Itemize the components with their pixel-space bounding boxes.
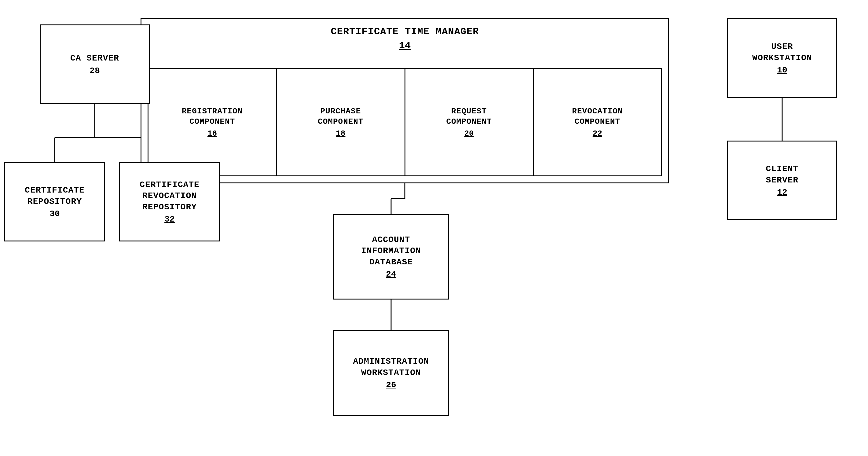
purchase-component: PURCHASECOMPONENT 18 [277, 69, 405, 176]
request-component: REQUESTCOMPONENT 20 [405, 69, 534, 176]
client-server-number: 12 [777, 188, 787, 197]
admin-ws-label: ADMINISTRATIONWORKSTATION [353, 356, 429, 378]
registration-component: REGISTRATIONCOMPONENT 16 [149, 69, 277, 176]
cert-rev-number: 32 [164, 215, 175, 224]
ca-server-box: CA SERVER 28 [40, 25, 150, 104]
cert-repo-label: CERTIFICATEREPOSITORY [25, 185, 85, 207]
certificate-revocation-repository-box: CERTIFICATEREVOCATIONREPOSITORY 32 [119, 162, 220, 241]
rev-number: 22 [593, 129, 602, 138]
ca-server-number: 28 [90, 66, 100, 75]
user-ws-label: USERWORKSTATION [752, 41, 812, 64]
cert-rev-label: CERTIFICATEREVOCATIONREPOSITORY [140, 179, 199, 213]
ctm-number: 14 [142, 40, 668, 51]
account-information-database-box: ACCOUNTINFORMATIONDATABASE 24 [333, 214, 449, 300]
ctm-title: Certificate Time Manager 14 [142, 25, 668, 51]
components-row: REGISTRATIONCOMPONENT 16 PURCHASECOMPONE… [148, 68, 662, 176]
diagram: Certificate Time Manager 14 REGISTRATION… [0, 0, 868, 456]
rev-label: REVOCATIONCOMPONENT [572, 107, 623, 127]
ca-server-label: CA SERVER [70, 53, 119, 64]
user-workstation-box: USERWORKSTATION 10 [727, 18, 837, 98]
client-server-label: CLIENTSERVER [766, 163, 799, 186]
administration-workstation-box: ADMINISTRATIONWORKSTATION 26 [333, 330, 449, 416]
account-db-number: 24 [386, 270, 396, 279]
pur-label: PURCHASECOMPONENT [318, 107, 363, 127]
user-ws-number: 10 [777, 65, 787, 75]
admin-ws-number: 26 [386, 380, 396, 390]
cert-repo-number: 30 [50, 209, 60, 218]
certificate-time-manager-box: Certificate Time Manager 14 REGISTRATION… [141, 18, 669, 183]
reg-number: 16 [208, 129, 217, 138]
req-label: REQUESTCOMPONENT [446, 107, 492, 127]
ctm-label: Certificate Time Manager [142, 25, 668, 38]
certificate-repository-box: CERTIFICATEREPOSITORY 30 [4, 162, 105, 241]
revocation-component: REVOCATIONCOMPONENT 22 [534, 69, 661, 176]
pur-number: 18 [336, 129, 345, 138]
reg-label: REGISTRATIONCOMPONENT [182, 107, 243, 127]
client-server-box: CLIENTSERVER 12 [727, 141, 837, 220]
account-db-label: ACCOUNTINFORMATIONDATABASE [361, 235, 421, 268]
req-number: 20 [464, 129, 474, 138]
